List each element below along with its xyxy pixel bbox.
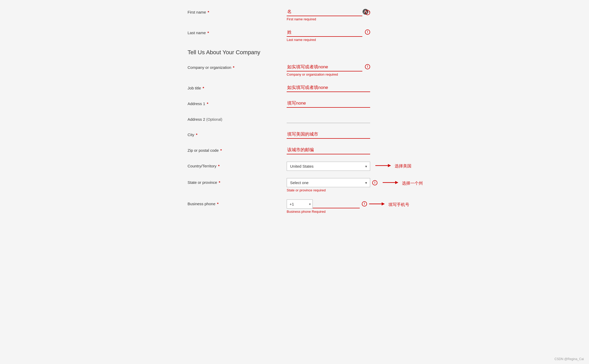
arrow-icon [375, 163, 391, 170]
exclamation-icon[interactable]: ! [365, 10, 370, 15]
address2-input[interactable] [287, 115, 370, 123]
state-exclamation-icon[interactable]: ! [372, 180, 377, 185]
exclamation-icon[interactable]: ! [365, 64, 370, 69]
state-row: State or province * Select one Alabama A… [188, 178, 401, 192]
country-select-wrapper: United States Canada United Kingdom Chin… [287, 162, 370, 171]
address1-row: Address 1 * [188, 99, 401, 108]
zip-input[interactable] [287, 146, 370, 154]
phone-field: +1 +44 +86 +49 ! Business phone Required [287, 199, 409, 214]
svg-marker-2 [388, 164, 391, 167]
address1-input[interactable] [287, 99, 370, 108]
arrow-icon [369, 201, 385, 208]
phone-input[interactable] [313, 200, 360, 208]
zip-field [287, 146, 401, 154]
zip-label: Zip or postal code * [188, 146, 287, 153]
state-annotation: 选择一个州 [383, 180, 423, 187]
company-input[interactable] [287, 63, 362, 71]
country-annotation: 选择美国 [375, 163, 411, 170]
address1-label: Address 1 * [188, 99, 287, 106]
last-name-error: Last name required [287, 38, 401, 42]
form-container: First name * ▾ ! [177, 0, 412, 364]
company-row: Company or organization * ! Company or o… [188, 63, 401, 76]
city-label: City * [188, 130, 287, 137]
company-error: Company or organization required [287, 72, 401, 76]
phone-error: Business phone Required [287, 210, 360, 214]
state-select[interactable]: Select one Alabama Alaska Arizona Califo… [287, 178, 370, 187]
address2-field [287, 115, 401, 123]
first-name-row: First name * ▾ ! [188, 8, 401, 21]
state-field: Select one Alabama Alaska Arizona Califo… [287, 178, 423, 192]
first-name-field: ▾ ! First name required [287, 8, 401, 21]
country-field: United States Canada United Kingdom Chin… [287, 162, 411, 171]
phone-country-select[interactable]: +1 +44 +86 +49 [287, 199, 313, 209]
state-select-wrapper: Select one Alabama Alaska Arizona Califo… [287, 178, 370, 187]
last-name-label: Last name * [188, 28, 287, 35]
phone-label: Business phone * [188, 199, 287, 206]
country-row: Country/Territory * United States Canada… [188, 162, 401, 171]
state-label: State or province * [188, 178, 287, 185]
watermark: CSDN @Regina_Cai [555, 357, 584, 361]
job-title-input[interactable] [287, 84, 370, 92]
address1-field [287, 99, 401, 108]
city-field [287, 130, 401, 139]
first-name-error: First name required [287, 17, 401, 21]
exclamation-icon[interactable]: ! [365, 29, 370, 35]
zip-row: Zip or postal code * [188, 146, 401, 154]
last-name-field: ! Last name required [287, 28, 401, 42]
job-title-row: Job title * [188, 84, 401, 92]
last-name-input[interactable] [287, 28, 362, 37]
job-title-label: Job title * [188, 84, 287, 90]
company-label: Company or organization * [188, 63, 287, 70]
country-select[interactable]: United States Canada United Kingdom Chin… [287, 162, 370, 171]
svg-marker-4 [395, 181, 398, 184]
first-name-input[interactable] [287, 8, 362, 16]
phone-country-wrapper: +1 +44 +86 +49 [287, 199, 313, 209]
city-row: City * [188, 130, 401, 139]
company-field: ! Company or organization required [287, 63, 401, 76]
last-name-row: Last name * ! Last name required [188, 28, 401, 42]
phone-exclamation-icon[interactable]: ! [362, 201, 367, 207]
city-input[interactable] [287, 130, 370, 139]
company-section-heading: Tell Us About Your Company [188, 49, 401, 56]
address2-row: Address 2 (Optional) [188, 115, 401, 123]
country-label: Country/Territory * [188, 162, 287, 168]
state-error: State or province required [287, 188, 377, 192]
first-name-label: First name * [188, 8, 287, 14]
svg-marker-6 [382, 202, 385, 205]
phone-row: Business phone * +1 +44 +86 +49 [188, 199, 401, 214]
arrow-icon [383, 180, 398, 187]
address2-label: Address 2 (Optional) [188, 115, 287, 122]
phone-annotation: 填写手机号 [369, 201, 409, 208]
job-title-field [287, 84, 401, 92]
